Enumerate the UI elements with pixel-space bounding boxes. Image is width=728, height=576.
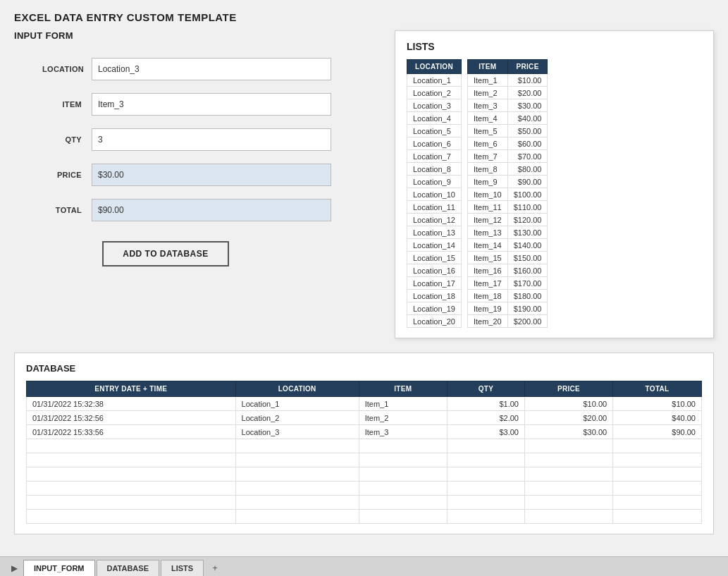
table-row — [27, 453, 702, 467]
database-title: DATABASE — [26, 363, 702, 374]
price-label: PRICE — [42, 171, 92, 179]
list-item: Location_9 — [407, 176, 462, 188]
price-input[interactable] — [92, 164, 331, 186]
table-row — [27, 482, 702, 496]
list-item: Location_7 — [407, 150, 462, 163]
item-row: ITEM — [42, 93, 366, 116]
item-col-header: ITEM — [467, 60, 507, 74]
list-item: Item_6$60.00 — [467, 137, 548, 150]
list-item: Location_8 — [407, 163, 462, 176]
tab-bar: ▶ INPUT_FORMDATABASELISTS + — [0, 556, 728, 576]
qty-row: QTY — [42, 128, 366, 151]
total-row: TOTAL — [42, 199, 366, 221]
list-item: Location_13 — [407, 226, 462, 239]
list-item: Item_9$90.00 — [467, 176, 548, 188]
main-container: EXCEL DATA ENTRY CUSTOM TEMPLATE INPUT F… — [0, 0, 728, 576]
list-item: Item_11$110.00 — [467, 201, 548, 214]
list-item: Location_16 — [407, 264, 462, 277]
list-item: Location_3 — [407, 99, 462, 112]
list-item: Item_3$30.00 — [467, 99, 548, 112]
db-col-header: PRICE — [524, 381, 612, 397]
list-item: Item_14$140.00 — [467, 239, 548, 252]
list-item: Location_12 — [407, 214, 462, 226]
list-item: Location_18 — [407, 290, 462, 302]
total-input[interactable] — [92, 199, 331, 221]
input-form-title: INPUT FORM — [14, 30, 381, 41]
db-col-header: ENTRY DATE + TIME — [27, 381, 236, 397]
tab-database[interactable]: DATABASE — [97, 560, 159, 576]
tab-lists[interactable]: LISTS — [161, 560, 204, 576]
list-item: Location_14 — [407, 239, 462, 252]
list-item: Item_17$170.00 — [467, 277, 548, 290]
add-to-database-button[interactable]: ADD TO DATABASE — [102, 241, 229, 266]
list-item: Item_12$120.00 — [467, 214, 548, 226]
location-row: LOCATION — [42, 58, 366, 80]
list-item: Item_2$20.00 — [467, 87, 548, 99]
table-row: 01/31/2022 15:32:56Location_2Item_2$2.00… — [27, 411, 702, 425]
qty-label: QTY — [42, 135, 92, 144]
input-form-section: INPUT FORM LOCATION ITEM QTY — [14, 30, 381, 338]
item-input[interactable] — [92, 93, 331, 116]
list-item: Location_10 — [407, 188, 462, 201]
table-row — [27, 496, 702, 510]
location-list-table: LOCATION Location_1Location_2Location_3L… — [407, 59, 462, 328]
list-item: Item_18$180.00 — [467, 290, 548, 302]
list-item: Item_15$150.00 — [467, 252, 548, 264]
form-area: LOCATION ITEM QTY PRICE — [14, 51, 381, 281]
lists-title: LISTS — [407, 41, 702, 52]
list-item: Location_15 — [407, 252, 462, 264]
top-section: INPUT FORM LOCATION ITEM QTY — [14, 30, 714, 338]
list-item: Location_20 — [407, 315, 462, 328]
table-row — [27, 439, 702, 453]
price-row: PRICE — [42, 164, 366, 186]
list-item: Item_5$50.00 — [467, 125, 548, 137]
list-item: Item_16$160.00 — [467, 264, 548, 277]
list-item: Item_7$70.00 — [467, 150, 548, 163]
database-table: ENTRY DATE + TIMELOCATIONITEMQTYPRICETOT… — [26, 381, 702, 524]
table-row: 01/31/2022 15:32:38Location_1Item_1$1.00… — [27, 397, 702, 411]
list-item: Location_2 — [407, 87, 462, 99]
db-col-header: LOCATION — [235, 381, 359, 397]
tab-input-form[interactable]: INPUT_FORM — [23, 560, 95, 576]
database-section: DATABASE ENTRY DATE + TIMELOCATIONITEMQT… — [14, 353, 714, 534]
list-item: Item_20$200.00 — [467, 315, 548, 328]
db-col-header: ITEM — [359, 381, 447, 397]
list-item: Location_6 — [407, 137, 462, 150]
table-row: 01/31/2022 15:33:56Location_3Item_3$3.00… — [27, 425, 702, 439]
page-title: EXCEL DATA ENTRY CUSTOM TEMPLATE — [14, 11, 714, 23]
tab-left-arrow-icon[interactable]: ▶ — [7, 562, 22, 575]
location-label: LOCATION — [42, 65, 92, 73]
list-item: Location_5 — [407, 125, 462, 137]
list-item: Item_19$190.00 — [467, 302, 548, 315]
list-item: Item_8$80.00 — [467, 163, 548, 176]
list-item: Location_4 — [407, 112, 462, 125]
add-tab-button[interactable]: + — [205, 560, 225, 576]
list-item: Location_19 — [407, 302, 462, 315]
list-item: Item_10$100.00 — [467, 188, 548, 201]
list-item: Item_4$40.00 — [467, 112, 548, 125]
list-item: Location_11 — [407, 201, 462, 214]
lists-section: LISTS LOCATION Location_1Location_2Locat… — [395, 30, 714, 338]
list-item: Item_1$10.00 — [467, 74, 548, 87]
lists-tables: LOCATION Location_1Location_2Location_3L… — [407, 59, 702, 328]
list-item: Location_17 — [407, 277, 462, 290]
content-area: EXCEL DATA ENTRY CUSTOM TEMPLATE INPUT F… — [14, 11, 714, 563]
item-price-list-table: ITEM PRICE Item_1$10.00Item_2$20.00Item_… — [467, 59, 548, 328]
table-row — [27, 510, 702, 524]
list-item: Location_1 — [407, 74, 462, 87]
item-label: ITEM — [42, 100, 92, 109]
table-row — [27, 467, 702, 482]
price-col-header: PRICE — [507, 60, 548, 74]
db-col-header: QTY — [447, 381, 524, 397]
qty-input[interactable] — [92, 128, 331, 151]
db-col-header: TOTAL — [613, 381, 702, 397]
location-input[interactable] — [92, 58, 331, 80]
list-item: Item_13$130.00 — [467, 226, 548, 239]
total-label: TOTAL — [42, 206, 92, 214]
location-col-header: LOCATION — [407, 60, 462, 74]
